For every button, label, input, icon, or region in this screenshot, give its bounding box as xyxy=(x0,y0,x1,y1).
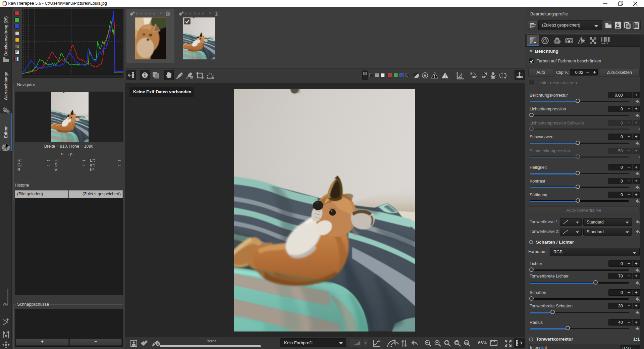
svg-text:META: META xyxy=(601,42,608,45)
svg-text:1:1: 1:1 xyxy=(465,342,469,344)
svg-text:90°: 90° xyxy=(472,76,477,79)
svg-text:90°: 90° xyxy=(482,76,486,79)
